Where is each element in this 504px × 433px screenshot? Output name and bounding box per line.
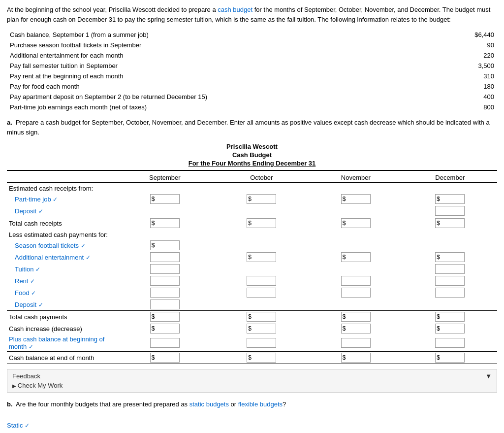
- dollar-sign-2: $: [247, 196, 252, 202]
- total-receipts-row: Total cash receipts $ $ $: [7, 217, 497, 230]
- dollar-sign-4: $: [436, 196, 441, 202]
- info-label: Part-time job earnings each month (net o…: [8, 102, 399, 112]
- dollar-sign-17: $: [151, 325, 156, 332]
- part-time-oct-input[interactable]: [252, 195, 274, 203]
- rent-row: Rent ✓: [7, 275, 497, 287]
- plus-cash-dec-input[interactable]: [436, 338, 463, 347]
- add-entertainment-dec-input[interactable]: [441, 253, 463, 262]
- cash-end-nov-input[interactable]: [346, 353, 368, 362]
- food-oct-input[interactable]: [247, 288, 275, 297]
- deposit-payment-oct-cell: [215, 299, 309, 311]
- food-dec-input[interactable]: [436, 288, 463, 297]
- info-row: Part-time job earnings each month (net o…: [8, 102, 496, 112]
- cash-end-oct-cell: $: [215, 352, 309, 364]
- cash-increase-sep-input[interactable]: [156, 324, 177, 333]
- rent-dec-input[interactable]: [436, 276, 463, 285]
- col-label: [7, 173, 115, 183]
- food-oct-cell: [215, 287, 309, 299]
- cash-increase-nov-input[interactable]: [346, 324, 368, 333]
- feedback-header[interactable]: Feedback ▼: [12, 372, 492, 380]
- info-value: 800: [400, 102, 496, 112]
- rent-nov-input[interactable]: [342, 276, 369, 285]
- dollar-sign-14: $: [247, 313, 252, 320]
- flexible-budgets-link[interactable]: flexible budgets: [238, 400, 283, 408]
- cash-increase-oct-input[interactable]: [252, 324, 274, 333]
- info-row: Purchase season football tickets in Sept…: [8, 40, 496, 50]
- total-payments-dec-input[interactable]: [441, 312, 463, 321]
- plus-cash-sep-input[interactable]: [151, 338, 178, 347]
- tuition-sep-wrapper: [150, 264, 180, 274]
- rent-oct-input[interactable]: [247, 276, 275, 285]
- info-row: Pay rent at the beginning of each month3…: [8, 71, 496, 81]
- cash-end-sep-input[interactable]: [156, 353, 177, 362]
- add-entertainment-oct-input[interactable]: [252, 253, 274, 262]
- total-receipts-sep-input[interactable]: [156, 219, 177, 228]
- total-receipts-oct-wrapper: $: [247, 218, 276, 228]
- dollar-sign-5: $: [151, 220, 156, 227]
- total-payments-dec-wrapper: $: [435, 312, 465, 322]
- total-payments-sep-input[interactable]: [156, 312, 177, 321]
- cash-increase-sep-cell: $: [115, 323, 215, 334]
- deposit-payment-label: Deposit ✓: [7, 299, 115, 311]
- cash-end-label: Cash balance at end of month: [7, 352, 115, 364]
- plus-cash-balance-label: Plus cash balance at beginning of month …: [7, 334, 115, 352]
- cash-budget-link[interactable]: cash budget: [218, 6, 252, 13]
- tuition-sep-input[interactable]: [151, 265, 178, 273]
- cash-increase-dec-input[interactable]: [441, 324, 463, 333]
- part-time-sep-input-wrapper: $: [150, 194, 180, 204]
- cash-end-dec-cell: $: [403, 352, 497, 364]
- section-b-question: b. Are the four monthly budgets that are…: [7, 400, 497, 409]
- total-receipts-dec-input[interactable]: [441, 219, 463, 228]
- info-row: Pay apartment deposit on September 2 (to…: [8, 92, 496, 101]
- tuition-sep-cell: [115, 263, 215, 275]
- tuition-dec-input[interactable]: [436, 265, 463, 273]
- part-time-sep-input[interactable]: [156, 195, 177, 203]
- cash-end-dec-input[interactable]: [441, 353, 463, 362]
- total-receipts-oct-input[interactable]: [252, 219, 274, 228]
- food-nov-input[interactable]: [342, 288, 369, 297]
- receipts-header-row: Estimated cash receipts from:: [7, 183, 497, 194]
- rent-label: Rent ✓: [7, 275, 115, 287]
- add-entertainment-dec-wrapper: $: [435, 252, 465, 262]
- season-tickets-sep-input[interactable]: [156, 241, 177, 250]
- deposit-payment-dec-cell: [403, 299, 497, 311]
- season-tickets-dec-cell: [403, 239, 497, 251]
- add-entertainment-sep-input[interactable]: [151, 253, 178, 262]
- food-oct-wrapper: [247, 288, 276, 298]
- budget-period: For the Four Months Ending December 31: [7, 160, 497, 167]
- plus-cash-sep-cell: [115, 334, 215, 352]
- add-entertainment-nov-input[interactable]: [346, 253, 368, 262]
- deposit-payment-sep-input[interactable]: [151, 300, 178, 309]
- dollar-sign-16: $: [436, 313, 441, 320]
- deposit-receipt-row: Deposit ✓: [7, 205, 497, 217]
- part-time-nov-input[interactable]: [346, 195, 368, 203]
- plus-cash-nov-input[interactable]: [342, 338, 369, 347]
- total-payments-sep-cell: $: [115, 311, 215, 323]
- total-receipts-sep-cell: $: [115, 217, 215, 230]
- cash-end-nov-cell: $: [309, 352, 403, 364]
- cash-end-sep-cell: $: [115, 352, 215, 364]
- part-time-dec-input[interactable]: [441, 195, 463, 203]
- static-budgets-link[interactable]: static budgets: [189, 400, 229, 408]
- plus-cash-oct-input[interactable]: [247, 338, 275, 347]
- total-payments-oct-input[interactable]: [252, 312, 274, 321]
- food-sep-input[interactable]: [151, 288, 178, 297]
- deposit-receipt-dec-cell: [403, 205, 497, 217]
- deposit-receipt-dec-input[interactable]: [436, 206, 463, 215]
- part-time-dec-input-wrapper: $: [435, 194, 465, 204]
- static-answer[interactable]: Static ✓: [7, 421, 30, 431]
- deposit-receipt-oct-cell: [215, 205, 309, 217]
- season-tickets-row: Season football tickets ✓ $: [7, 239, 497, 251]
- budget-company: Priscilla Wescott: [7, 143, 497, 150]
- tuition-oct-cell: [215, 263, 309, 275]
- total-receipts-nov-input[interactable]: [346, 219, 368, 228]
- check-my-work-button[interactable]: Check My Work: [12, 380, 492, 389]
- payments-header-row: Less estimated cash payments for:: [7, 229, 497, 239]
- total-payments-label: Total cash payments: [7, 311, 115, 323]
- rent-sep-input[interactable]: [151, 276, 178, 285]
- deposit-payment-nov-cell: [309, 299, 403, 311]
- rent-sep-cell: [115, 275, 215, 287]
- total-payments-nov-input[interactable]: [346, 312, 368, 321]
- cash-end-oct-input[interactable]: [252, 353, 274, 362]
- total-receipts-label: Total cash receipts: [7, 217, 115, 230]
